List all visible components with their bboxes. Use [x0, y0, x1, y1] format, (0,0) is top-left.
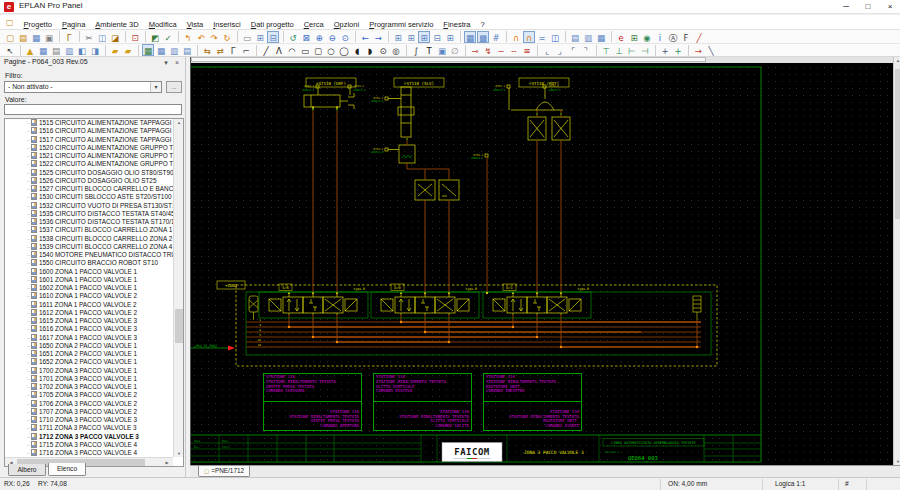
report-pages-icon[interactable]: ▤: [569, 31, 581, 43]
snap-grid-3-icon[interactable]: ⊞: [418, 31, 430, 43]
page-item-1550[interactable]: ┄1550 CIRCUITO BRACCIO ROBOT ST10: [5, 259, 173, 267]
device-grid-3-icon[interactable]: ▥: [168, 44, 180, 56]
drawing-canvas[interactable]: Data Nome Dis. Contr. FAICOM ZONA 3 PACC…: [190, 57, 893, 465]
scroll-up-icon[interactable]: ▲: [893, 58, 900, 63]
page-item-1540[interactable]: ┄1540 MOTORE PNEUMATICO DISTACCO TRUCIOL…: [5, 251, 173, 259]
minimize-button[interactable]: ─: [836, 0, 856, 13]
connection-symbol-icon[interactable]: ⊸: [469, 44, 481, 56]
page-item-1652[interactable]: ┄1652 ZONA 2 PACCO VALVOLE 1: [5, 358, 173, 366]
scrollbar-thumb[interactable]: [895, 69, 900, 219]
page-item-1522[interactable]: ┄1522 CIRCUITO ALIMENTAZIONE GRUPPO TEST…: [5, 160, 173, 168]
delete-selection-icon[interactable]: ⊡: [129, 31, 141, 43]
zoom-entire-page-icon[interactable]: ⊙: [339, 31, 351, 43]
draw-arc-right-icon[interactable]: ◗: [364, 44, 376, 56]
selection-cursor-icon[interactable]: ↖: [4, 44, 16, 56]
insert-image-icon[interactable]: ▣: [436, 44, 448, 56]
corner-upper-right-icon[interactable]: ⌝: [580, 44, 592, 56]
arc-mode-icon[interactable]: ∩: [510, 31, 522, 43]
new-page-icon[interactable]: ▢: [6, 18, 14, 27]
info-icon[interactable]: i: [654, 31, 666, 43]
corner-lower-left-icon[interactable]: ⌞: [541, 44, 553, 56]
workbook-view-icon[interactable]: ⊟: [267, 31, 279, 43]
3d-view-front-icon[interactable]: ◧: [76, 44, 88, 56]
scroll-up-icon[interactable]: ▲: [174, 120, 184, 125]
t-node-down-icon[interactable]: ⊤: [600, 44, 612, 56]
filter-browse-button[interactable]: ...: [166, 81, 182, 93]
page-item-1705[interactable]: ┄1705 ZONA 3 PACCO VALVOLE 2: [5, 391, 173, 399]
tab-elenco[interactable]: Elenco: [48, 463, 86, 476]
insert-table-icon[interactable]: ⊞: [254, 31, 266, 43]
report-update-icon[interactable]: ▥: [582, 31, 594, 43]
draw-rounded-rectangle-icon[interactable]: ▢: [312, 44, 324, 56]
object-snap-icon[interactable]: #: [490, 31, 502, 43]
corner-lower-right-icon[interactable]: ⌟: [554, 44, 566, 56]
close-button[interactable]: ×: [880, 0, 900, 13]
function-key-icon[interactable]: F: [680, 31, 692, 43]
diagonal-connection-icon[interactable]: ╲: [705, 44, 717, 56]
canvas-vertical-scrollbar[interactable]: ▲ ▼: [893, 57, 900, 465]
page-item-1525[interactable]: ┄1525 CIRCUITO DOSAGGIO OLIO ST80/ST90: [5, 169, 173, 177]
tab-albero[interactable]: Albero: [8, 464, 46, 476]
project-properties-icon[interactable]: ▦: [30, 31, 42, 43]
page-item-1532[interactable]: ┄1532 CIRCUITO VUOTO DI PRESA ST130/ST15…: [5, 202, 173, 210]
report-settings-icon[interactable]: ▦: [595, 31, 607, 43]
page-item-1516[interactable]: ┄1516 CIRCUITO ALIMENTAZIONE TAPPAGGI ST…: [5, 127, 173, 135]
insert-text-icon[interactable]: T: [423, 44, 435, 56]
page-item-1651[interactable]: ┄1651 ZONA 2 PACCO VALVOLE 1: [5, 350, 173, 358]
interruption-point-target-icon[interactable]: +: [672, 44, 684, 56]
coordinate-input-icon[interactable]: ≍: [536, 31, 548, 43]
page-forward-icon[interactable]: →: [372, 31, 384, 43]
undo-list-icon[interactable]: ↻: [221, 31, 233, 43]
page-item-1611[interactable]: ┄1611 ZONA 1 PACCO VALVOLE 2: [5, 301, 173, 309]
scroll-down-icon[interactable]: ▼: [893, 459, 900, 464]
zoom-out-icon[interactable]: ⊖: [326, 31, 338, 43]
potential-line-icon[interactable]: ≡: [521, 44, 533, 56]
connection-arrow-icon[interactable]: →: [692, 44, 704, 56]
draw-sector-icon[interactable]: ◎: [390, 44, 402, 56]
page-item-1615[interactable]: ┄1615 ZONA 1 PACCO VALVOLE 3: [5, 317, 173, 325]
page-macro-icon[interactable]: ▭: [241, 31, 253, 43]
panel-pin-icon[interactable]: ▾: [161, 57, 171, 69]
valve-symbol-3[interactable]: [493, 295, 581, 315]
page-item-1520[interactable]: ┄1520 CIRCUITO ALIMENTAZIONE GRUPPO TEST…: [5, 144, 173, 152]
pages-vertical-scrollbar[interactable]: ▲ ▼: [173, 119, 183, 457]
page-item-1706[interactable]: ┄1706 ZONA 3 PACCO VALVOLE 2: [5, 400, 173, 408]
draw-rectangle-icon[interactable]: ▭: [299, 44, 311, 56]
print-icon[interactable]: ▣: [43, 31, 55, 43]
page-tab[interactable]: ▢=PNE/1712: [198, 466, 250, 477]
actuator-group-gripper[interactable]: +ST110 (GRF): [304, 78, 356, 109]
device-grid-2-icon[interactable]: ▦: [155, 44, 167, 56]
grid-display-icon[interactable]: ▦: [464, 31, 476, 43]
maximize-button[interactable]: □: [858, 0, 878, 13]
cut-icon[interactable]: ✂: [83, 31, 95, 43]
open-project-icon[interactable]: ▤: [17, 31, 29, 43]
page-item-1610[interactable]: ┄1610 ZONA 1 PACCO VALVOLE 2: [5, 292, 173, 300]
format-paintbrush-icon[interactable]: ◩: [149, 31, 161, 43]
page-item-1537[interactable]: ┄1537 CIRCUITI BLOCCO CARRELLO ZONA 1: [5, 226, 173, 234]
draw-line-icon[interactable]: ╱: [260, 44, 272, 56]
graphical-preview-icon[interactable]: ⊞: [628, 31, 640, 43]
page-item-1650[interactable]: ┄1650 ZONA 2 PACCO VALVOLE 1: [5, 342, 173, 350]
page-item-1521[interactable]: ┄1521 CIRCUITO ALIMENTAZIONE GRUPPO TEST…: [5, 152, 173, 160]
3d-mounting-panel-icon[interactable]: ▤: [50, 44, 62, 56]
3d-view-side-icon[interactable]: ◨: [89, 44, 101, 56]
stretch-tool-icon[interactable]: ⇄: [214, 44, 226, 56]
page-item-1700[interactable]: ┄1700 ZONA 3 PACCO VALVOLE 1: [5, 367, 173, 375]
page-item-1538[interactable]: ┄1538 CIRCUITI BLOCCO CARRELLO ZONA 2: [5, 235, 173, 243]
draw-arc-icon[interactable]: ◠: [286, 44, 298, 56]
valve-symbol-1[interactable]: [269, 295, 357, 315]
undo-icon[interactable]: ↶: [195, 31, 207, 43]
device-grid-4-icon[interactable]: ▤: [181, 44, 193, 56]
insert-hyperlink-icon[interactable]: ∅: [449, 44, 461, 56]
page-item-1711[interactable]: ┄1711 ZONA 3 PACCO VALVOLE 3: [5, 424, 173, 432]
page-item-1710[interactable]: ┄1710 ZONA 3 PACCO VALVOLE 3: [5, 416, 173, 424]
page-item-1602[interactable]: ┄1602 ZONA 1 PACCO VALVOLE 1: [5, 284, 173, 292]
snap-grid-5-icon[interactable]: ⊞: [444, 31, 456, 43]
new-page-icon[interactable]: ▢: [4, 31, 16, 43]
page-item-1600[interactable]: ┄1600 ZONA 1 PACCO VALVOLE 1: [5, 268, 173, 276]
draw-polyline-icon[interactable]: Λ: [273, 44, 285, 56]
snap-grid-4-icon[interactable]: ⊟: [431, 31, 443, 43]
snap-grid-1-icon[interactable]: ⊞: [392, 31, 404, 43]
copy-icon[interactable]: ◫: [96, 31, 108, 43]
page-item-1712[interactable]: ┄1712 ZONA 3 PACCO VALVOLE 3: [5, 433, 173, 441]
